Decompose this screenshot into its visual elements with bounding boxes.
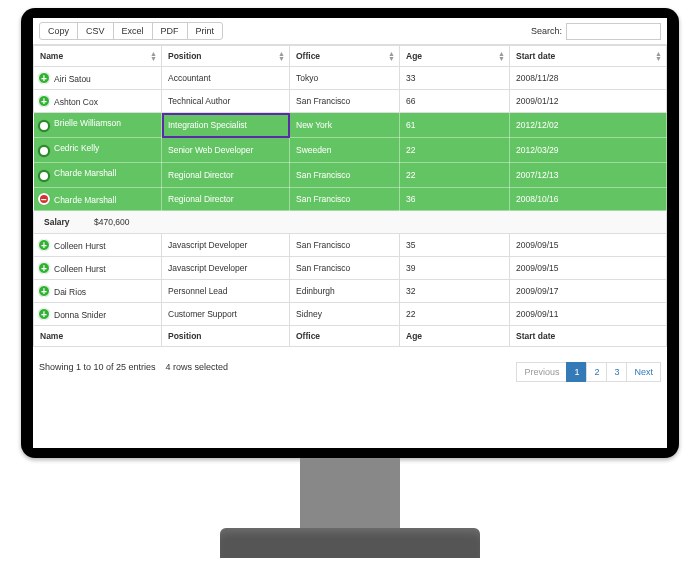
cell-name[interactable]: Charde Marshall — [34, 163, 162, 188]
cell-name[interactable]: +Airi Satou — [34, 67, 162, 90]
col-header-startdate[interactable]: Start date ▲▼ — [510, 46, 667, 67]
search-input[interactable] — [566, 23, 661, 40]
cell-office[interactable]: Edinburgh — [290, 280, 400, 303]
cell-office[interactable]: San Francisco — [290, 188, 400, 211]
cell-position[interactable]: Javascript Developer — [162, 234, 290, 257]
cell-age[interactable]: 22 — [400, 138, 510, 163]
expand-icon[interactable]: + — [38, 262, 50, 274]
cell-position[interactable]: Accountant — [162, 67, 290, 90]
cell-position[interactable]: Personnel Lead — [162, 280, 290, 303]
cell-name[interactable]: +Ashton Cox — [34, 90, 162, 113]
expand-icon[interactable]: + — [38, 308, 50, 320]
pdf-button[interactable]: PDF — [152, 22, 188, 40]
cell-age[interactable]: 22 — [400, 163, 510, 188]
cell-office[interactable]: San Francisco — [290, 163, 400, 188]
cell-startdate[interactable]: 2012/03/29 — [510, 138, 667, 163]
col-header-office[interactable]: Office ▲▼ — [290, 46, 400, 67]
expand-icon[interactable]: + — [38, 72, 50, 84]
cell-name[interactable]: −Charde Marshall — [34, 188, 162, 211]
cell-startdate[interactable]: 2009/01/12 — [510, 90, 667, 113]
cell-age[interactable]: 66 — [400, 90, 510, 113]
page-next[interactable]: Next — [626, 362, 661, 382]
expand-icon[interactable] — [38, 145, 50, 157]
cell-name[interactable]: Cedric Kelly — [34, 138, 162, 163]
name-text: Donna Snider — [54, 310, 106, 320]
name-text: Charde Marshall — [54, 195, 116, 205]
expand-icon[interactable]: + — [38, 239, 50, 251]
cell-startdate[interactable]: 2009/09/15 — [510, 257, 667, 280]
name-text: Airi Satou — [54, 74, 91, 84]
monitor-neck — [300, 458, 400, 528]
cell-office[interactable]: Sweeden — [290, 138, 400, 163]
table-row[interactable]: +Airi SatouAccountantTokyo332008/11/28 — [34, 67, 667, 90]
cell-startdate[interactable]: 2009/09/11 — [510, 303, 667, 326]
table-row[interactable]: Charde MarshallRegional DirectorSan Fran… — [34, 163, 667, 188]
page-prev[interactable]: Previous — [516, 362, 567, 382]
cell-startdate[interactable]: 2008/11/28 — [510, 67, 667, 90]
cell-office[interactable]: San Francisco — [290, 90, 400, 113]
cell-age[interactable]: 36 — [400, 188, 510, 211]
cell-position[interactable]: Senior Web Developer — [162, 138, 290, 163]
col-header-startdate-label: Start date — [516, 51, 555, 61]
cell-age[interactable]: 32 — [400, 280, 510, 303]
footer-row: Name Position Office Age Start date — [34, 326, 667, 347]
cell-office[interactable]: Sidney — [290, 303, 400, 326]
cell-position[interactable]: Javascript Developer — [162, 257, 290, 280]
expand-icon[interactable] — [38, 170, 50, 182]
sort-icon: ▲▼ — [388, 51, 395, 61]
cell-startdate[interactable]: 2009/09/17 — [510, 280, 667, 303]
cell-office[interactable]: Tokyo — [290, 67, 400, 90]
expand-icon[interactable]: + — [38, 95, 50, 107]
col-header-position-label: Position — [168, 51, 202, 61]
cell-position[interactable]: Regional Director — [162, 163, 290, 188]
cell-position[interactable]: Customer Support — [162, 303, 290, 326]
expand-icon[interactable]: + — [38, 285, 50, 297]
cell-age[interactable]: 39 — [400, 257, 510, 280]
name-text: Dai Rios — [54, 287, 86, 297]
cell-name[interactable]: +Donna Snider — [34, 303, 162, 326]
cell-position[interactable]: Technical Author — [162, 90, 290, 113]
cell-office[interactable]: San Francisco — [290, 234, 400, 257]
table-row[interactable]: Cedric KellySenior Web DeveloperSweeden2… — [34, 138, 667, 163]
col-header-age[interactable]: Age ▲▼ — [400, 46, 510, 67]
table-row[interactable]: +Donna SniderCustomer SupportSidney22200… — [34, 303, 667, 326]
cell-office[interactable]: New York — [290, 113, 400, 138]
cell-startdate[interactable]: 2009/09/15 — [510, 234, 667, 257]
cell-name[interactable]: +Colleen Hurst — [34, 257, 162, 280]
table-row[interactable]: +Colleen HurstJavascript DeveloperSan Fr… — [34, 234, 667, 257]
cell-position[interactable]: Regional Director — [162, 188, 290, 211]
child-label: Salary — [44, 217, 94, 227]
collapse-icon[interactable]: − — [38, 193, 50, 205]
page-2[interactable]: 2 — [586, 362, 607, 382]
cell-name[interactable]: Brielle Williamson — [34, 113, 162, 138]
table-row[interactable]: +Dai RiosPersonnel LeadEdinburgh322009/0… — [34, 280, 667, 303]
table-row[interactable]: +Ashton CoxTechnical AuthorSan Francisco… — [34, 90, 667, 113]
cell-name[interactable]: +Dai Rios — [34, 280, 162, 303]
cell-position[interactable]: Integration Specialist — [162, 113, 290, 138]
cell-startdate[interactable]: 2008/10/16 — [510, 188, 667, 211]
col-header-position[interactable]: Position ▲▼ — [162, 46, 290, 67]
cell-name[interactable]: +Colleen Hurst — [34, 234, 162, 257]
child-value: $470,600 — [94, 217, 129, 227]
cell-age[interactable]: 33 — [400, 67, 510, 90]
data-table: Name ▲▼ Position ▲▼ Office ▲▼ Age — [33, 45, 667, 347]
table-row[interactable]: +Colleen HurstJavascript DeveloperSan Fr… — [34, 257, 667, 280]
excel-button[interactable]: Excel — [113, 22, 153, 40]
page-1[interactable]: 1 — [566, 362, 587, 382]
cell-startdate[interactable]: 2007/12/13 — [510, 163, 667, 188]
page-3[interactable]: 3 — [606, 362, 627, 382]
cell-age[interactable]: 22 — [400, 303, 510, 326]
name-text: Cedric Kelly — [54, 143, 99, 153]
table-row[interactable]: −Charde MarshallRegional DirectorSan Fra… — [34, 188, 667, 211]
copy-button[interactable]: Copy — [39, 22, 78, 40]
cell-age[interactable]: 35 — [400, 234, 510, 257]
expand-icon[interactable] — [38, 120, 50, 132]
header-row: Name ▲▼ Position ▲▼ Office ▲▼ Age — [34, 46, 667, 67]
cell-startdate[interactable]: 2012/12/02 — [510, 113, 667, 138]
cell-age[interactable]: 61 — [400, 113, 510, 138]
col-header-name[interactable]: Name ▲▼ — [34, 46, 162, 67]
table-row[interactable]: Brielle WilliamsonIntegration Specialist… — [34, 113, 667, 138]
print-button[interactable]: Print — [187, 22, 224, 40]
csv-button[interactable]: CSV — [77, 22, 114, 40]
cell-office[interactable]: San Francisco — [290, 257, 400, 280]
